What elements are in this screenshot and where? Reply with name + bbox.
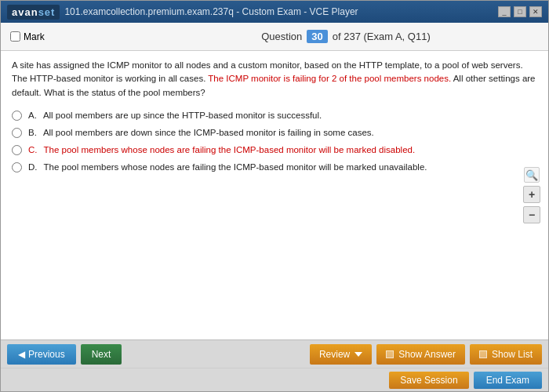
window-controls[interactable]: _ □ ✕: [498, 6, 542, 17]
title-bar-left: avanset 101.examcollection.premium.exam.…: [7, 5, 358, 20]
window-title: 101.examcollection.premium.exam.237q - C…: [64, 6, 358, 17]
show-list-icon: [479, 350, 487, 358]
mark-area[interactable]: Mark: [10, 31, 45, 42]
option-d-text: The pool members whose nodes are failing…: [44, 161, 427, 173]
question-header: Mark Question 30 of 237 (Exam A, Q11): [1, 23, 548, 51]
answer-options: A. All pool members are up since the HTT…: [12, 109, 537, 173]
review-label: Review: [319, 349, 350, 360]
option-d-label: D.: [28, 161, 38, 173]
save-session-button[interactable]: Save Session: [389, 372, 468, 389]
option-a[interactable]: A. All pool members are up since the HTT…: [12, 109, 537, 122]
radio-a[interactable]: [12, 111, 22, 121]
save-session-label: Save Session: [400, 375, 457, 386]
content-area: A site has assigned the ICMP monitor to …: [1, 51, 548, 339]
show-list-button[interactable]: Show List: [470, 344, 542, 365]
show-list-label: Show List: [492, 349, 533, 360]
question-number-badge: 30: [307, 30, 327, 43]
close-button[interactable]: ✕: [529, 6, 542, 17]
end-exam-label: End Exam: [486, 375, 529, 386]
question-text: A site has assigned the ICMP monitor to …: [12, 59, 537, 100]
toolbar-row1: ◀ Previous Next Review Show Answer Show …: [1, 339, 548, 368]
bottom-toolbar: ◀ Previous Next Review Show Answer Show …: [1, 339, 548, 391]
previous-label: Previous: [28, 349, 65, 360]
question-body: A site has assigned the ICMP monitor to …: [1, 51, 548, 339]
toolbar-row2: Save Session End Exam: [1, 368, 548, 391]
mark-label: Mark: [24, 31, 45, 42]
minimize-button[interactable]: _: [498, 6, 511, 17]
show-answer-icon: [386, 350, 394, 358]
maximize-button[interactable]: □: [514, 6, 526, 17]
show-answer-button[interactable]: Show Answer: [376, 344, 465, 365]
option-c-label: C.: [28, 143, 38, 156]
option-a-label: A.: [28, 109, 37, 122]
option-c-text: The pool members whose nodes are failing…: [44, 143, 416, 156]
end-exam-button[interactable]: End Exam: [474, 372, 542, 389]
title-bar: avanset 101.examcollection.premium.exam.…: [1, 1, 548, 23]
review-arrow-icon: [354, 352, 362, 357]
main-window: avanset 101.examcollection.premium.exam.…: [0, 0, 549, 392]
zoom-controls: 🔍 + −: [523, 167, 540, 223]
logo-text-set: set: [38, 6, 56, 18]
prev-arrow-icon: ◀: [18, 349, 25, 360]
question-total: of 237 (Exam A, Q11): [333, 31, 431, 42]
review-button[interactable]: Review: [310, 344, 372, 365]
option-b-text: All pool members are down since the ICMP…: [43, 126, 374, 139]
next-label: Next: [92, 349, 111, 360]
option-a-text: All pool members are up since the HTTP-b…: [43, 109, 322, 122]
zoom-search-icon[interactable]: 🔍: [524, 167, 540, 183]
radio-b[interactable]: [12, 128, 22, 138]
option-d[interactable]: D. The pool members whose nodes are fail…: [12, 161, 537, 173]
option-c[interactable]: C. The pool members whose nodes are fail…: [12, 143, 537, 156]
question-text-highlight: The ICMP monitor is failing for 2 of the…: [208, 74, 451, 83]
next-button[interactable]: Next: [81, 344, 122, 365]
logo-text-avan: avan: [12, 6, 38, 18]
radio-c[interactable]: [12, 145, 22, 155]
show-answer-label: Show Answer: [398, 349, 456, 360]
option-b[interactable]: B. All pool members are down since the I…: [12, 126, 537, 139]
avanset-logo: avanset: [7, 5, 60, 20]
zoom-in-button[interactable]: +: [523, 186, 540, 203]
previous-button[interactable]: ◀ Previous: [7, 344, 76, 365]
question-label: Question: [261, 31, 302, 42]
zoom-out-button[interactable]: −: [523, 206, 540, 223]
question-number-area: Question 30 of 237 (Exam A, Q11): [261, 30, 431, 43]
mark-checkbox[interactable]: [10, 31, 20, 42]
radio-d[interactable]: [12, 162, 22, 172]
option-b-label: B.: [28, 126, 37, 139]
